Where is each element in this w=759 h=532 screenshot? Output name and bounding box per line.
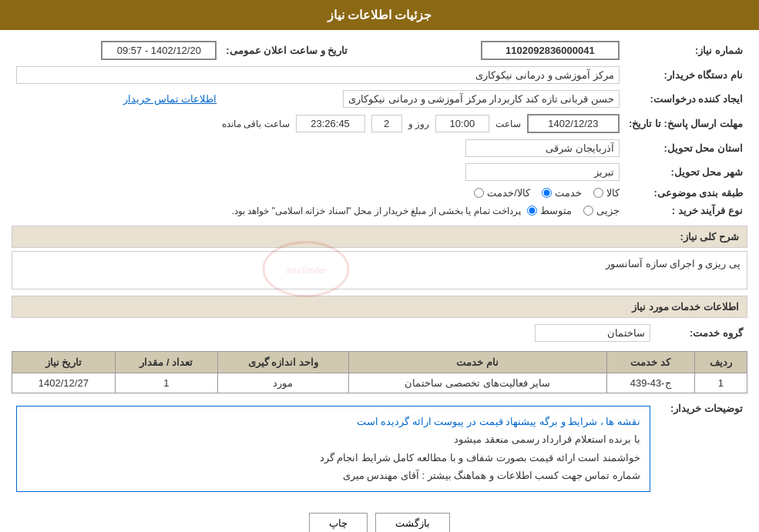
group-value: ساختمان bbox=[12, 321, 655, 345]
shomara-niaz-value: 1102092836000041 bbox=[375, 38, 624, 63]
buttons-row: بازگشت چاپ bbox=[12, 501, 747, 532]
col-count: تعداد / مقدار bbox=[115, 352, 217, 373]
back-button[interactable]: بازگشت bbox=[375, 513, 450, 532]
group-label: گروه خدمت: bbox=[655, 321, 747, 345]
print-button[interactable]: چاپ bbox=[309, 513, 368, 532]
tabaqa-khedmat-label: خدمت bbox=[555, 187, 582, 199]
mohlat-row: 1402/12/23 ساعت 10:00 روز و 2 23:26:45 س… bbox=[16, 114, 620, 133]
tabaqa-kala-radio[interactable] bbox=[593, 188, 603, 198]
noe-farayand-text: پرداخت تمام یا بخشی از مبلغ خریدار از مح… bbox=[232, 206, 521, 216]
tabaqa-value: کالا خدمت کالا/خدمت bbox=[12, 184, 624, 202]
mohlat-value: 1402/12/23 ساعت 10:00 روز و 2 23:26:45 س… bbox=[12, 111, 624, 136]
sharh-section-header: شرح کلی نیاز: bbox=[12, 226, 747, 248]
services-table: ردیف کد خدمت نام خدمت واحد اندازه گیری ت… bbox=[12, 351, 747, 393]
cell-count: 1 bbox=[115, 373, 217, 393]
col-unit: واحد اندازه گیری bbox=[217, 352, 348, 373]
col-radif: ردیف bbox=[694, 352, 747, 373]
table-row: 1 ج-43-439 سایر فعالیت‌های تخصصی ساختمان… bbox=[12, 373, 747, 393]
mohlat-date-box: 1402/12/23 bbox=[527, 114, 620, 133]
info-table: شماره نیاز: 1102092836000041 تاریخ و ساع… bbox=[12, 38, 747, 219]
ijad-konande-box: حسن قربانی تازه کند کاربردار مرکز آموزشی… bbox=[343, 90, 620, 108]
cell-code: ج-43-439 bbox=[606, 373, 694, 393]
mohlat-roz-box: 2 bbox=[371, 115, 402, 132]
tabaqa-kala-label: کالا bbox=[606, 187, 620, 199]
tawzih-line: نقشه ها ، شرایط و برگه پیشنهاد قیمت در پ… bbox=[357, 416, 640, 427]
nam-dastgah-label: نام دستگاه خریدار: bbox=[624, 63, 747, 87]
tabaqa-kala-khedmat-label: کالا/خدمت bbox=[487, 187, 530, 199]
mohlat-saat-label: ساعت bbox=[495, 119, 521, 129]
page-header: جزئیات اطلاعات نیاز bbox=[0, 0, 759, 30]
col-name: نام خدمت bbox=[348, 352, 606, 373]
noe-farayand-row: جزیی متوسط پرداخت تمام یا بخشی از مبلغ خ… bbox=[16, 205, 620, 216]
nam-dastgah-value: مرکز آموزشی و درمانی نیکوکاری bbox=[12, 63, 624, 87]
shahr-value: تبریز bbox=[12, 160, 624, 184]
tawzih-line: شماره تماس جهت کسب اطلاعات و هماهنگ بیشت… bbox=[343, 470, 640, 481]
noe-mottaset-label: متوسط bbox=[540, 205, 572, 216]
services-label: اطلاعات خدمات مورد نیاز bbox=[632, 301, 739, 313]
shahr-box: تبریز bbox=[465, 163, 620, 181]
tawzih-value: نقشه ها ، شرایط و برگه پیشنهاد قیمت در پ… bbox=[12, 400, 655, 495]
group-table: گروه خدمت: ساختمان bbox=[12, 321, 747, 345]
cell-name: سایر فعالیت‌های تخصصی ساختمان bbox=[348, 373, 606, 393]
tawzih-label: توضیحات خریدار: bbox=[655, 400, 747, 495]
tarikho-saat-box: 1402/12/20 - 09:57 bbox=[101, 41, 217, 60]
sharh-value: پی ریزی و اجرای سازه آسانسور bbox=[606, 258, 741, 269]
ijad-konande-value: حسن قربانی تازه کند کاربردار مرکز آموزشی… bbox=[221, 87, 624, 111]
shomara-niaz-box: 1102092836000041 bbox=[481, 41, 620, 60]
col-code: کد خدمت bbox=[606, 352, 694, 373]
mohlat-time-box: 23:26:45 bbox=[296, 115, 365, 132]
cell-unit: مورد bbox=[217, 373, 348, 393]
page-wrapper: جزئیات اطلاعات نیاز شماره نیاز: 11020928… bbox=[0, 0, 759, 532]
sharh-label: شرح کلی نیاز: bbox=[680, 231, 739, 243]
noe-farayand-label: نوع فرآیند خرید : bbox=[624, 202, 747, 219]
noe-mottaset-radio[interactable] bbox=[527, 206, 537, 216]
services-section-header: اطلاعات خدمات مورد نیاز bbox=[12, 296, 747, 318]
tabaqa-radio-group: کالا خدمت کالا/خدمت bbox=[474, 187, 620, 199]
noe-jazzi-item[interactable]: جزیی bbox=[583, 205, 620, 216]
page-title: جزئیات اطلاعات نیاز bbox=[327, 8, 432, 22]
sharh-area: پی ریزی و اجرای سازه آسانسور AnaTender bbox=[12, 251, 747, 289]
tawzih-line: خواشمند است ارائه قیمت بصورت شفاف و با م… bbox=[320, 452, 640, 463]
cell-date: 1402/12/27 bbox=[12, 373, 116, 393]
shomara-niaz-label: شماره نیاز: bbox=[624, 38, 747, 63]
tabaqa-khedmat-radio[interactable] bbox=[542, 188, 552, 198]
noe-jazzi-label: جزیی bbox=[596, 205, 620, 216]
ettelaat-link[interactable]: اطلاعات تماس خریدار bbox=[123, 93, 217, 105]
tabaqa-kala-item[interactable]: کالا bbox=[593, 187, 620, 199]
ostan-label: استان محل تحویل: bbox=[624, 136, 747, 160]
tabaqa-label: طبقه بندی موضوعی: bbox=[624, 184, 747, 202]
tawzih-box: نقشه ها ، شرایط و برگه پیشنهاد قیمت در پ… bbox=[16, 406, 650, 492]
group-box: ساختمان bbox=[535, 324, 650, 342]
nam-dastgah-box: مرکز آموزشی و درمانی نیکوکاری bbox=[16, 66, 620, 84]
shahr-label: شهر محل تحویل: bbox=[624, 160, 747, 184]
cell-radif: 1 bbox=[694, 373, 747, 393]
noe-farayand-radio-group: جزیی متوسط bbox=[527, 205, 620, 216]
tarikho-saat-label: تاریخ و ساعت اعلان عمومی: bbox=[221, 38, 352, 63]
mohlat-roz-label: روز و bbox=[408, 119, 429, 129]
noe-mottaset-item[interactable]: متوسط bbox=[527, 205, 572, 216]
ijad-konande-label: ایجاد کننده درخواست: bbox=[624, 87, 747, 111]
tawzih-line: با برنده استعلام قرارداد رسمی منعقد میشو… bbox=[454, 433, 640, 445]
main-content: شماره نیاز: 1102092836000041 تاریخ و ساع… bbox=[0, 30, 759, 532]
noe-farayand-value: جزیی متوسط پرداخت تمام یا بخشی از مبلغ خ… bbox=[12, 202, 624, 219]
mohlat-remaining-label: ساعت باقی مانده bbox=[222, 119, 290, 129]
col-date: تاریخ نیاز bbox=[12, 352, 116, 373]
sharh-box: پی ریزی و اجرای سازه آسانسور bbox=[12, 251, 747, 289]
mohlat-label: مهلت ارسال پاسخ: تا تاریخ: bbox=[624, 111, 747, 136]
noe-jazzi-radio[interactable] bbox=[583, 206, 593, 216]
tabaqa-kala-khedmat-radio[interactable] bbox=[474, 188, 484, 198]
mohlat-saat-box: 10:00 bbox=[435, 115, 489, 132]
tabaqa-kala-khedmat-item[interactable]: کالا/خدمت bbox=[474, 187, 530, 199]
ettelaat-link-cell: اطلاعات تماس خریدار bbox=[12, 87, 221, 111]
tawzih-table: توضیحات خریدار: نقشه ها ، شرایط و برگه پ… bbox=[12, 400, 747, 495]
tarikho-saat-value: 1402/12/20 - 09:57 bbox=[12, 38, 221, 63]
ostan-value: آذربایجان شرقی bbox=[12, 136, 624, 160]
ostan-box: آذربایجان شرقی bbox=[465, 139, 620, 157]
tabaqa-khedmat-item[interactable]: خدمت bbox=[542, 187, 582, 199]
